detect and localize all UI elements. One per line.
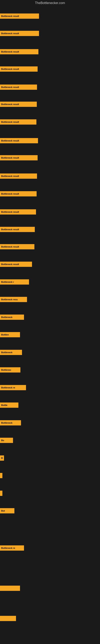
bar-label: Bottleneck result <box>1 246 19 248</box>
bar-label: Bottleneck resu <box>1 298 18 301</box>
bar-item <box>0 473 2 478</box>
bar-item: Bottle <box>0 402 18 408</box>
bar-label: Bottleneck result <box>1 192 19 195</box>
bar-item: Bottleneck <box>0 350 22 355</box>
bar-item: Bottleneck result <box>0 31 39 36</box>
bar-item <box>0 491 2 496</box>
bar-item: Bo <box>0 438 13 443</box>
bar-item: Bottleneck r <box>0 279 29 284</box>
bar-item: Bottleneck re <box>0 385 26 390</box>
bar-item: Bottleneck result <box>0 191 37 196</box>
bar-label: Bottleneck result <box>1 103 19 106</box>
bar-item: Bottleneck result <box>0 119 36 124</box>
bar-item <box>0 586 20 591</box>
bar-label: Bottleneck result <box>1 86 19 88</box>
bar-item: Bottleneck result <box>0 66 38 72</box>
bar-item: Bottleneck result <box>0 14 39 19</box>
bar-label: B <box>1 457 3 459</box>
bar-label: Bottleneck result <box>1 211 19 213</box>
bar-label: Bottleneck result <box>1 15 19 17</box>
bar-item: Bottleneck result <box>0 49 38 54</box>
bar-label: Bottleneck result <box>1 156 19 159</box>
bar-item: Bottleneck result <box>0 227 35 232</box>
bar-label: Bottleneck result <box>1 32 19 34</box>
bar-item: Bot <box>0 508 14 514</box>
bar-label: Bottle <box>1 404 7 406</box>
bar-label: Bot <box>1 510 5 512</box>
bar-label: Bottleneck r <box>1 281 14 283</box>
bar-item: Bottleneck result <box>0 84 37 90</box>
bar-item: Bottleneck result <box>0 102 37 107</box>
bar-label: Bottleneck <box>1 351 12 354</box>
bar-item: Bottlenec <box>0 367 20 372</box>
bar-label: Bottlen <box>1 334 9 336</box>
bar-item <box>0 616 16 621</box>
site-title: TheBottlenecker.com <box>0 0 100 6</box>
bar-item: Bottleneck result <box>0 155 38 160</box>
bar-item: Bottleneck result <box>0 138 38 143</box>
bar-label: Bottlenec <box>1 369 11 371</box>
bar-label: Bottleneck <box>1 316 12 318</box>
bar-item: B <box>0 456 4 461</box>
bar-label: Bottleneck result <box>1 263 19 266</box>
bar-label: Bo <box>1 439 4 442</box>
bar-label: Bottleneck result <box>1 228 19 231</box>
bar-label: Bottleneck <box>1 422 12 424</box>
bar-item: Bottleneck <box>0 314 24 320</box>
bar-label: Bottleneck result <box>1 50 19 53</box>
bar-item: Bottleneck result <box>0 244 34 249</box>
bar-label: Bottleneck re <box>1 386 15 389</box>
bar-label: Bottleneck result <box>1 68 19 70</box>
bar-item: Bottleneck re <box>0 546 24 550</box>
bar-item: Bottleneck result <box>0 262 32 267</box>
bar-item: Bottleneck <box>0 420 21 426</box>
bar-label: Bottleneck re <box>1 547 15 549</box>
bar-item: Bottleneck result <box>0 209 36 214</box>
bar-label: Bottleneck result <box>1 175 19 177</box>
bar-item: Bottlen <box>0 332 20 337</box>
bar-item: Bottleneck result <box>0 174 37 179</box>
bar-item: Bottleneck resu <box>0 297 27 302</box>
bar-label: Bottleneck result <box>1 140 19 142</box>
bar-label: Bottleneck result <box>1 121 19 123</box>
